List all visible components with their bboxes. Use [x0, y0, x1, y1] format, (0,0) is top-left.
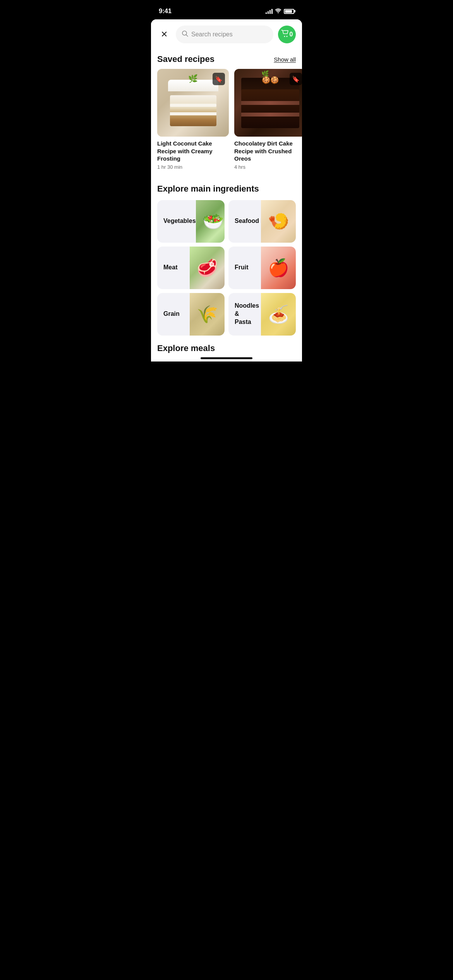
recipe-card-chocolate[interactable]: 🌿 🍪🍪 🔖 Chocolatey Dirt Cake Recipe with … — [234, 69, 302, 170]
ingredient-label-vegetables: Vegetables — [163, 217, 196, 225]
svg-point-4 — [286, 36, 287, 37]
ingredient-image-meat: 🥩 — [190, 247, 225, 289]
close-button[interactable]: ✕ — [157, 27, 171, 41]
status-time: 9:41 — [159, 7, 172, 15]
ingredient-label-meat: Meat — [163, 264, 190, 272]
noodles-illustration: 🍝 — [261, 293, 296, 336]
recipe-time-chocolate: 4 hrs — [234, 164, 302, 170]
cake-illustration: 🌿 — [166, 80, 220, 126]
bookmark-button-coconut[interactable]: 🔖 — [213, 73, 225, 85]
status-icons — [266, 8, 294, 14]
top-nav: ✕ Search recipes 0 — [151, 19, 302, 48]
status-bar: 9:41 — [151, 0, 302, 19]
saved-recipes-title: Saved recipes — [157, 54, 214, 64]
ingredients-section: Explore main ingredients Vegetables 🥗 Se… — [151, 178, 302, 336]
recipe-image-coconut: 🌿 🔖 — [157, 69, 229, 137]
bookmark-icon: 🔖 — [215, 75, 223, 83]
explore-meals-title: Explore meals — [157, 343, 215, 353]
cart-icon — [281, 30, 290, 39]
ingredient-card-grain[interactable]: Grain 🌾 — [157, 293, 225, 336]
svg-line-2 — [186, 35, 188, 37]
ingredient-label-seafood: Seafood — [235, 217, 261, 225]
svg-point-3 — [284, 36, 285, 37]
ingredients-grid: Vegetables 🥗 Seafood 🍤 Meat 🥩 — [157, 200, 296, 336]
recipes-scroll: 🌿 🔖 Light Coconut Cake Recipe with Cream… — [151, 69, 302, 178]
wifi-icon — [275, 8, 281, 14]
ingredient-card-fruit[interactable]: Fruit 🍎 — [228, 247, 296, 289]
svg-point-0 — [278, 12, 279, 14]
recipe-title-coconut: Light Coconut Cake Recipe with Creamy Fr… — [157, 140, 229, 163]
search-bar[interactable]: Search recipes — [176, 26, 273, 43]
fruit-illustration: 🍎 — [261, 247, 296, 289]
home-bar — [201, 357, 252, 359]
ingredient-image-vegetables: 🥗 — [196, 200, 225, 243]
vegetables-illustration: 🥗 — [196, 200, 225, 243]
ingredient-card-noodles[interactable]: Noodles &Pasta 🍝 — [228, 293, 296, 336]
recipe-image-chocolate: 🌿 🍪🍪 🔖 — [234, 69, 302, 137]
show-all-link[interactable]: Show all — [274, 56, 296, 63]
ingredient-image-noodles: 🍝 — [261, 293, 296, 336]
ingredient-label-fruit: Fruit — [235, 264, 261, 272]
search-icon — [182, 31, 188, 38]
bookmark-icon-2: 🔖 — [292, 75, 300, 83]
meat-illustration: 🥩 — [190, 247, 225, 289]
ingredient-card-seafood[interactable]: Seafood 🍤 — [228, 200, 296, 243]
ingredient-label-noodles: Noodles &Pasta — [235, 302, 261, 326]
ingredient-image-fruit: 🍎 — [261, 247, 296, 289]
ingredient-image-grain: 🌾 — [190, 293, 225, 336]
saved-recipes-header: Saved recipes Show all — [151, 48, 302, 69]
ingredient-card-vegetables[interactable]: Vegetables 🥗 — [157, 200, 225, 243]
recipe-time-coconut: 1 hr 30 min — [157, 164, 229, 170]
ingredient-label-grain: Grain — [163, 310, 190, 318]
app-container: ✕ Search recipes 0 Saved recip — [151, 19, 302, 362]
recipe-card-coconut[interactable]: 🌿 🔖 Light Coconut Cake Recipe with Cream… — [157, 69, 229, 170]
bookmark-button-chocolate[interactable]: 🔖 — [290, 73, 302, 85]
ingredients-header: Explore main ingredients — [157, 178, 296, 199]
ingredients-title: Explore main ingredients — [157, 184, 259, 194]
cart-count: 0 — [290, 31, 293, 38]
seafood-illustration: 🍤 — [261, 200, 296, 243]
grain-illustration: 🌾 — [190, 293, 225, 336]
battery-icon — [284, 9, 294, 14]
recipe-title-chocolate: Chocolatey Dirt Cake Recipe with Crushed… — [234, 140, 302, 163]
home-indicator — [151, 353, 302, 362]
search-placeholder: Search recipes — [191, 31, 233, 38]
ingredient-image-seafood: 🍤 — [261, 200, 296, 243]
choc-cake-illustration: 🌿 🍪🍪 — [241, 78, 299, 128]
explore-meals-section: Explore meals — [151, 336, 302, 353]
cart-button[interactable]: 0 — [278, 26, 296, 43]
signal-icon — [266, 9, 273, 14]
close-icon: ✕ — [161, 29, 168, 39]
ingredient-card-meat[interactable]: Meat 🥩 — [157, 247, 225, 289]
